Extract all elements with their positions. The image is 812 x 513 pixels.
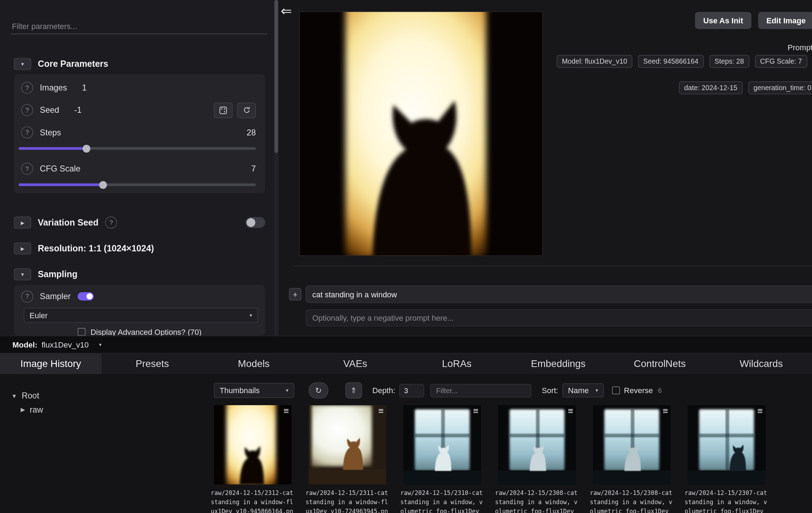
help-icon[interactable]: ? [105,217,117,229]
history-item[interactable]: ≡ raw/2024-12-15/2307-cat standing in a … [688,405,765,513]
chevron-right-icon[interactable]: ▶ [14,217,31,229]
reverse-label: Reverse [624,386,653,395]
chevron-right-icon[interactable]: ▶ [14,243,31,255]
images-row: ? Images 1 [14,77,265,99]
tab-controlnets[interactable]: ControlNets [609,354,710,374]
images-value[interactable]: 1 [82,83,87,92]
up-folder-button[interactable]: ⇑ [346,383,362,398]
cfg-value[interactable]: 7 [251,164,256,173]
collapse-panel-icon[interactable]: ⇐ [281,4,292,18]
refresh-button[interactable]: ↻ [308,383,328,398]
add-prompt-button[interactable]: + [289,288,301,301]
window-sill [593,471,671,485]
core-parameters-title: Core Parameters [38,59,108,69]
edit-image-button[interactable]: Edit Image [758,12,812,29]
prompt-input[interactable] [306,286,812,303]
sampling-card: ? Sampler Euler ▾ Display Advanced Optio… [14,285,265,336]
chevron-down-icon: ▾ [249,313,252,318]
tab-presets[interactable]: Presets [101,354,203,374]
steps-value[interactable]: 28 [247,128,256,137]
advanced-options-checkbox[interactable] [78,328,86,336]
dice-icon [219,106,227,114]
cfg-slider-thumb[interactable] [99,181,107,188]
history-filter-input[interactable] [430,384,531,397]
help-icon[interactable]: ? [21,163,33,175]
item-menu-icon[interactable]: ≡ [568,406,573,416]
history-item[interactable]: ≡ raw/2024-12-15/2310-cat standing in a … [404,405,481,513]
tab-wildcards[interactable]: Wildcards [711,354,812,374]
seed-label: Seed [40,105,59,115]
help-icon[interactable]: ? [21,104,33,116]
tab-models[interactable]: Models [203,354,304,374]
history-thumbnail-image[interactable]: ≡ [593,405,671,484]
metadata-badge: Steps: 28 [709,55,749,68]
history-item[interactable]: ≡ raw/2024-12-15/2308-cat standing in a … [593,405,671,513]
chevron-down-icon[interactable]: ▼ [14,58,31,70]
reverse-checkbox[interactable] [612,386,620,394]
seed-value[interactable]: -1 [74,105,82,115]
cfg-slider[interactable] [19,183,256,186]
sampler-selected-value: Euler [30,311,48,320]
view-mode-select[interactable]: Thumbnails ▾ [214,383,294,398]
history-item-filename: raw/2024-12-15/2308-cat standing in a wi… [495,488,579,513]
model-select[interactable]: flux1Dev_v10 ▾ [42,340,102,349]
history-item-filename: raw/2024-12-15/2311-cat standing in a wi… [306,488,390,513]
item-menu-icon[interactable]: ≡ [757,406,763,416]
history-item[interactable]: ≡ raw/2024-12-15/2312-cat standing in a … [214,405,292,513]
resolution-header: ▶ Resolution: 1:1 (1024×1024) [14,243,265,255]
metadata-badge: Model: flux1Dev_v10 [557,55,632,68]
tree-item-raw[interactable]: ▶ raw [21,403,43,417]
sort-select[interactable]: Name ▾ [562,384,604,398]
help-icon[interactable]: ? [21,127,33,139]
sampler-select[interactable]: Euler ▾ [24,308,258,323]
filter-parameters-input[interactable] [11,19,267,34]
window-sill [404,471,481,485]
item-menu-icon[interactable]: ≡ [473,406,478,416]
advanced-options-row: Display Advanced Options? (70) [14,327,265,336]
scrollbar-thumb[interactable] [275,0,278,153]
toggle-knob [247,218,255,227]
sampler-toggle[interactable] [77,292,93,301]
tree-expanded-icon[interactable]: ▼ [11,392,17,399]
tree-item-root[interactable]: ▼ Root [11,389,43,403]
item-menu-icon[interactable]: ≡ [283,406,289,416]
steps-slider-fill [19,147,86,150]
random-seed-button[interactable] [214,102,233,118]
reuse-seed-button[interactable] [237,102,256,118]
cat-silhouette [621,436,644,471]
model-selected-value: flux1Dev_v10 [42,340,89,349]
cat-silhouette [431,436,455,471]
help-icon[interactable]: ? [21,290,33,302]
use-as-init-button[interactable]: Use As Init [695,12,752,29]
help-icon[interactable]: ? [21,82,33,94]
history-thumbnail-image[interactable]: ≡ [688,405,765,484]
history-item[interactable]: ≡ raw/2024-12-15/2308-cat standing in a … [498,405,576,513]
history-thumbnail-image[interactable]: ≡ [404,405,481,484]
metadata-badge: generation_time: 0. [748,81,812,94]
steps-slider[interactable] [19,147,256,150]
tab-image-history[interactable]: Image History [0,354,101,374]
steps-slider-thumb[interactable] [82,145,90,152]
chevron-down-icon: ▾ [99,342,101,348]
panel-scrollbar[interactable] [274,0,278,336]
cfg-slider-fill [19,183,103,186]
item-menu-icon[interactable]: ≡ [663,406,668,416]
depth-input[interactable] [399,384,424,397]
chevron-down-icon[interactable]: ▼ [14,268,31,280]
tree-collapsed-icon[interactable]: ▶ [21,406,25,413]
history-item[interactable]: ≡ raw/2024-12-15/2311-cat standing in a … [308,405,386,513]
item-menu-icon[interactable]: ≡ [378,406,384,416]
history-thumbnail-image[interactable]: ≡ [214,405,292,484]
variation-seed-header: ▶ Variation Seed ? [14,217,265,229]
image-viewer: ⇐ Use As Init Edit Image Prompt Model: f… [278,0,812,336]
cat-silhouette [339,427,367,470]
window-sill [308,469,386,484]
history-thumbnail-image[interactable]: ≡ [308,405,386,484]
negative-prompt-input[interactable] [306,309,812,326]
tab-embeddings[interactable]: Embeddings [507,354,609,374]
variation-seed-toggle[interactable] [246,217,265,228]
tab-loras[interactable]: LoRAs [406,354,507,374]
history-thumbnail-image[interactable]: ≡ [498,405,576,484]
generated-image[interactable] [299,11,543,256]
tab-vaes[interactable]: VAEs [305,354,406,374]
